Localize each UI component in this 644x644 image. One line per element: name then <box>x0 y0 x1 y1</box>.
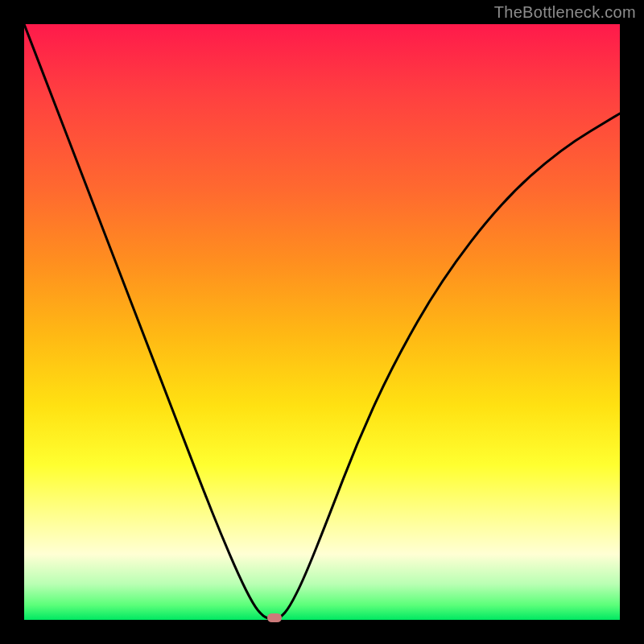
bottleneck-curve <box>24 24 620 620</box>
optimal-point-marker <box>267 613 282 622</box>
watermark-label: TheBottleneck.com <box>494 3 636 22</box>
chart-frame: TheBottleneck.com <box>0 0 644 644</box>
plot-area <box>24 24 620 620</box>
